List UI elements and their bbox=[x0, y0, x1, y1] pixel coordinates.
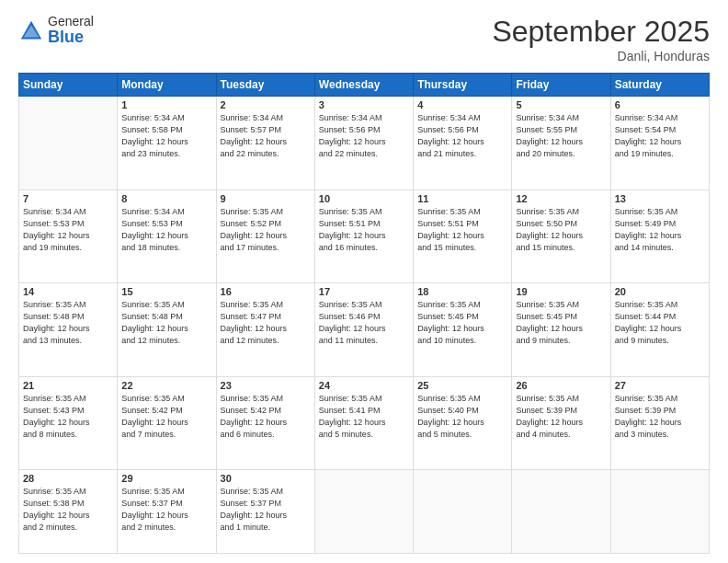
day-info: Sunrise: 5:35 AMSunset: 5:51 PMDaylight:… bbox=[319, 206, 409, 254]
calendar-week-2: 7Sunrise: 5:34 AMSunset: 5:53 PMDaylight… bbox=[19, 190, 710, 283]
col-header-monday: Monday bbox=[118, 74, 216, 97]
day-number: 23 bbox=[221, 380, 311, 391]
day-info: Sunrise: 5:35 AMSunset: 5:40 PMDaylight:… bbox=[417, 393, 507, 441]
day-info: Sunrise: 5:34 AMSunset: 5:53 PMDaylight:… bbox=[23, 206, 113, 254]
calendar-cell: 5Sunrise: 5:34 AMSunset: 5:55 PMDaylight… bbox=[512, 97, 610, 190]
calendar-cell: 28Sunrise: 5:35 AMSunset: 5:38 PMDayligh… bbox=[19, 470, 118, 554]
day-number: 22 bbox=[121, 380, 211, 391]
day-info: Sunrise: 5:34 AMSunset: 5:53 PMDaylight:… bbox=[121, 206, 211, 254]
calendar-cell: 22Sunrise: 5:35 AMSunset: 5:42 PMDayligh… bbox=[118, 376, 216, 470]
day-number: 6 bbox=[615, 99, 705, 110]
day-number: 7 bbox=[23, 193, 113, 204]
calendar-cell: 20Sunrise: 5:35 AMSunset: 5:44 PMDayligh… bbox=[610, 283, 709, 377]
location: Danli, Honduras bbox=[492, 49, 710, 63]
day-number: 1 bbox=[121, 99, 211, 110]
logo-blue-text: Blue bbox=[48, 29, 94, 47]
calendar-cell: 13Sunrise: 5:35 AMSunset: 5:49 PMDayligh… bbox=[610, 190, 709, 283]
day-number: 5 bbox=[516, 99, 606, 110]
page: General Blue September 2025 Danli, Hondu… bbox=[0, 0, 728, 563]
calendar-cell: 1Sunrise: 5:34 AMSunset: 5:58 PMDaylight… bbox=[118, 97, 216, 190]
day-info: Sunrise: 5:35 AMSunset: 5:42 PMDaylight:… bbox=[221, 393, 311, 441]
day-info: Sunrise: 5:35 AMSunset: 5:39 PMDaylight:… bbox=[615, 393, 705, 441]
calendar-cell: 8Sunrise: 5:34 AMSunset: 5:53 PMDaylight… bbox=[118, 190, 216, 283]
day-number: 8 bbox=[121, 193, 211, 204]
day-info: Sunrise: 5:35 AMSunset: 5:43 PMDaylight:… bbox=[23, 393, 113, 441]
calendar-cell bbox=[512, 470, 610, 554]
day-info: Sunrise: 5:35 AMSunset: 5:51 PMDaylight:… bbox=[417, 206, 507, 254]
day-info: Sunrise: 5:34 AMSunset: 5:54 PMDaylight:… bbox=[615, 112, 705, 160]
day-info: Sunrise: 5:34 AMSunset: 5:56 PMDaylight:… bbox=[417, 112, 507, 160]
day-info: Sunrise: 5:34 AMSunset: 5:56 PMDaylight:… bbox=[319, 112, 409, 160]
calendar-cell: 27Sunrise: 5:35 AMSunset: 5:39 PMDayligh… bbox=[610, 376, 709, 470]
day-info: Sunrise: 5:35 AMSunset: 5:45 PMDaylight:… bbox=[516, 299, 606, 347]
day-number: 3 bbox=[319, 99, 409, 110]
day-number: 20 bbox=[615, 286, 705, 297]
day-info: Sunrise: 5:34 AMSunset: 5:57 PMDaylight:… bbox=[221, 112, 311, 160]
calendar-cell: 9Sunrise: 5:35 AMSunset: 5:52 PMDaylight… bbox=[216, 190, 314, 283]
day-number: 24 bbox=[319, 380, 409, 391]
calendar-cell: 4Sunrise: 5:34 AMSunset: 5:56 PMDaylight… bbox=[414, 97, 512, 190]
day-info: Sunrise: 5:35 AMSunset: 5:37 PMDaylight:… bbox=[221, 486, 311, 534]
col-header-thursday: Thursday bbox=[414, 74, 512, 97]
day-info: Sunrise: 5:34 AMSunset: 5:55 PMDaylight:… bbox=[516, 112, 606, 160]
logo-text: General Blue bbox=[48, 15, 94, 47]
calendar-cell bbox=[19, 97, 118, 190]
day-info: Sunrise: 5:35 AMSunset: 5:50 PMDaylight:… bbox=[516, 206, 606, 254]
day-info: Sunrise: 5:35 AMSunset: 5:52 PMDaylight:… bbox=[221, 206, 311, 254]
day-info: Sunrise: 5:35 AMSunset: 5:37 PMDaylight:… bbox=[121, 486, 211, 534]
day-number: 26 bbox=[516, 380, 606, 391]
calendar-cell: 23Sunrise: 5:35 AMSunset: 5:42 PMDayligh… bbox=[216, 376, 314, 470]
calendar-cell bbox=[314, 470, 413, 554]
day-info: Sunrise: 5:35 AMSunset: 5:48 PMDaylight:… bbox=[121, 299, 211, 347]
day-number: 12 bbox=[516, 193, 606, 204]
day-info: Sunrise: 5:35 AMSunset: 5:47 PMDaylight:… bbox=[221, 299, 311, 347]
calendar-header-row: SundayMondayTuesdayWednesdayThursdayFrid… bbox=[19, 74, 710, 97]
day-number: 18 bbox=[417, 286, 507, 297]
day-info: Sunrise: 5:35 AMSunset: 5:41 PMDaylight:… bbox=[319, 393, 409, 441]
day-number: 4 bbox=[417, 99, 507, 110]
calendar-cell: 14Sunrise: 5:35 AMSunset: 5:48 PMDayligh… bbox=[19, 283, 118, 377]
logo-icon bbox=[18, 18, 44, 44]
day-number: 29 bbox=[121, 473, 211, 484]
calendar-cell: 3Sunrise: 5:34 AMSunset: 5:56 PMDaylight… bbox=[314, 97, 413, 190]
calendar-cell bbox=[414, 470, 512, 554]
day-number: 11 bbox=[417, 193, 507, 204]
col-header-wednesday: Wednesday bbox=[314, 74, 413, 97]
calendar-cell: 16Sunrise: 5:35 AMSunset: 5:47 PMDayligh… bbox=[216, 283, 314, 377]
day-info: Sunrise: 5:35 AMSunset: 5:39 PMDaylight:… bbox=[516, 393, 606, 441]
day-number: 2 bbox=[221, 99, 311, 110]
col-header-tuesday: Tuesday bbox=[216, 74, 314, 97]
day-info: Sunrise: 5:35 AMSunset: 5:38 PMDaylight:… bbox=[23, 486, 113, 534]
title-block: September 2025 Danli, Honduras bbox=[492, 15, 710, 63]
calendar-cell: 17Sunrise: 5:35 AMSunset: 5:46 PMDayligh… bbox=[314, 283, 413, 377]
day-number: 30 bbox=[221, 473, 311, 484]
calendar-cell: 26Sunrise: 5:35 AMSunset: 5:39 PMDayligh… bbox=[512, 376, 610, 470]
day-number: 19 bbox=[516, 286, 606, 297]
calendar-cell: 29Sunrise: 5:35 AMSunset: 5:37 PMDayligh… bbox=[118, 470, 216, 554]
day-number: 16 bbox=[221, 286, 311, 297]
calendar-cell: 7Sunrise: 5:34 AMSunset: 5:53 PMDaylight… bbox=[19, 190, 118, 283]
day-number: 21 bbox=[23, 380, 113, 391]
day-info: Sunrise: 5:35 AMSunset: 5:46 PMDaylight:… bbox=[319, 299, 409, 347]
day-number: 13 bbox=[615, 193, 705, 204]
day-number: 17 bbox=[319, 286, 409, 297]
calendar-cell: 12Sunrise: 5:35 AMSunset: 5:50 PMDayligh… bbox=[512, 190, 610, 283]
calendar-cell: 11Sunrise: 5:35 AMSunset: 5:51 PMDayligh… bbox=[414, 190, 512, 283]
calendar-cell: 21Sunrise: 5:35 AMSunset: 5:43 PMDayligh… bbox=[19, 376, 118, 470]
col-header-sunday: Sunday bbox=[19, 74, 118, 97]
calendar-cell: 25Sunrise: 5:35 AMSunset: 5:40 PMDayligh… bbox=[414, 376, 512, 470]
calendar-cell: 19Sunrise: 5:35 AMSunset: 5:45 PMDayligh… bbox=[512, 283, 610, 377]
header: General Blue September 2025 Danli, Hondu… bbox=[18, 15, 710, 63]
calendar-cell: 6Sunrise: 5:34 AMSunset: 5:54 PMDaylight… bbox=[610, 97, 709, 190]
day-number: 14 bbox=[23, 286, 113, 297]
calendar-week-5: 28Sunrise: 5:35 AMSunset: 5:38 PMDayligh… bbox=[19, 470, 710, 554]
calendar-cell: 24Sunrise: 5:35 AMSunset: 5:41 PMDayligh… bbox=[314, 376, 413, 470]
logo: General Blue bbox=[18, 15, 94, 47]
month-title: September 2025 bbox=[492, 15, 710, 49]
calendar-cell: 30Sunrise: 5:35 AMSunset: 5:37 PMDayligh… bbox=[216, 470, 314, 554]
day-info: Sunrise: 5:35 AMSunset: 5:48 PMDaylight:… bbox=[23, 299, 113, 347]
col-header-friday: Friday bbox=[512, 74, 610, 97]
day-info: Sunrise: 5:35 AMSunset: 5:49 PMDaylight:… bbox=[615, 206, 705, 254]
day-info: Sunrise: 5:35 AMSunset: 5:45 PMDaylight:… bbox=[417, 299, 507, 347]
calendar-cell: 10Sunrise: 5:35 AMSunset: 5:51 PMDayligh… bbox=[314, 190, 413, 283]
